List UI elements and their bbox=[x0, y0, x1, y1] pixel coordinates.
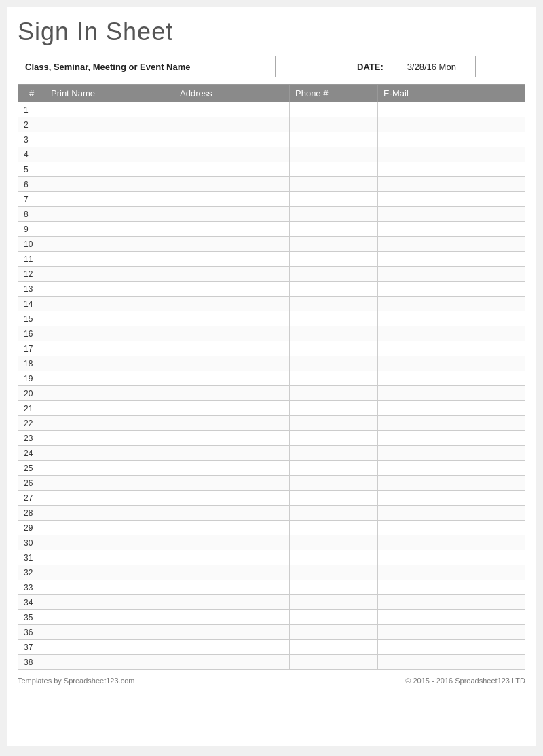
row-email[interactable] bbox=[378, 147, 525, 162]
row-address[interactable] bbox=[174, 491, 290, 506]
row-email[interactable] bbox=[378, 446, 525, 461]
row-email[interactable] bbox=[378, 655, 525, 670]
row-print-name[interactable] bbox=[45, 356, 174, 371]
row-address[interactable] bbox=[174, 580, 290, 595]
table-row[interactable]: 11 bbox=[18, 252, 525, 267]
row-email[interactable] bbox=[378, 565, 525, 580]
table-row[interactable]: 31 bbox=[18, 550, 525, 565]
row-phone[interactable] bbox=[290, 326, 378, 341]
row-email[interactable] bbox=[378, 535, 525, 550]
table-row[interactable]: 32 bbox=[18, 565, 525, 580]
table-row[interactable]: 15 bbox=[18, 311, 525, 326]
table-row[interactable]: 38 bbox=[18, 655, 525, 670]
row-print-name[interactable] bbox=[45, 476, 174, 491]
table-row[interactable]: 37 bbox=[18, 640, 525, 655]
table-row[interactable]: 6 bbox=[18, 177, 525, 192]
table-row[interactable]: 36 bbox=[18, 625, 525, 640]
row-address[interactable] bbox=[174, 207, 290, 222]
row-print-name[interactable] bbox=[45, 297, 174, 311]
table-row[interactable]: 5 bbox=[18, 162, 525, 177]
row-email[interactable] bbox=[378, 595, 525, 610]
row-print-name[interactable] bbox=[45, 506, 174, 521]
row-phone[interactable] bbox=[290, 476, 378, 491]
row-address[interactable] bbox=[174, 252, 290, 267]
row-address[interactable] bbox=[174, 431, 290, 446]
row-print-name[interactable] bbox=[45, 222, 174, 237]
row-address[interactable] bbox=[174, 640, 290, 655]
row-print-name[interactable] bbox=[45, 162, 174, 177]
table-row[interactable]: 3 bbox=[18, 132, 525, 147]
row-email[interactable] bbox=[378, 237, 525, 252]
row-email[interactable] bbox=[378, 461, 525, 476]
row-address[interactable] bbox=[174, 147, 290, 162]
row-phone[interactable] bbox=[290, 595, 378, 610]
row-email[interactable] bbox=[378, 521, 525, 535]
row-print-name[interactable] bbox=[45, 102, 174, 117]
table-row[interactable]: 21 bbox=[18, 401, 525, 416]
row-email[interactable] bbox=[378, 222, 525, 237]
row-email[interactable] bbox=[378, 356, 525, 371]
row-address[interactable] bbox=[174, 595, 290, 610]
row-phone[interactable] bbox=[290, 311, 378, 326]
table-row[interactable]: 19 bbox=[18, 371, 525, 386]
row-phone[interactable] bbox=[290, 461, 378, 476]
table-row[interactable]: 28 bbox=[18, 506, 525, 521]
row-address[interactable] bbox=[174, 401, 290, 416]
row-phone[interactable] bbox=[290, 297, 378, 311]
row-email[interactable] bbox=[378, 252, 525, 267]
row-email[interactable] bbox=[378, 610, 525, 625]
row-address[interactable] bbox=[174, 102, 290, 117]
row-email[interactable] bbox=[378, 311, 525, 326]
table-row[interactable]: 20 bbox=[18, 386, 525, 401]
row-address[interactable] bbox=[174, 132, 290, 147]
row-phone[interactable] bbox=[290, 356, 378, 371]
row-print-name[interactable] bbox=[45, 446, 174, 461]
row-address[interactable] bbox=[174, 506, 290, 521]
row-address[interactable] bbox=[174, 117, 290, 132]
table-row[interactable]: 10 bbox=[18, 237, 525, 252]
row-phone[interactable] bbox=[290, 162, 378, 177]
row-email[interactable] bbox=[378, 506, 525, 521]
row-print-name[interactable] bbox=[45, 207, 174, 222]
row-address[interactable] bbox=[174, 282, 290, 297]
row-email[interactable] bbox=[378, 476, 525, 491]
row-print-name[interactable] bbox=[45, 267, 174, 282]
row-address[interactable] bbox=[174, 237, 290, 252]
row-phone[interactable] bbox=[290, 267, 378, 282]
table-row[interactable]: 33 bbox=[18, 580, 525, 595]
row-phone[interactable] bbox=[290, 580, 378, 595]
row-phone[interactable] bbox=[290, 132, 378, 147]
row-email[interactable] bbox=[378, 386, 525, 401]
row-email[interactable] bbox=[378, 192, 525, 207]
row-phone[interactable] bbox=[290, 222, 378, 237]
row-email[interactable] bbox=[378, 132, 525, 147]
row-phone[interactable] bbox=[290, 401, 378, 416]
table-row[interactable]: 13 bbox=[18, 282, 525, 297]
row-phone[interactable] bbox=[290, 371, 378, 386]
row-phone[interactable] bbox=[290, 491, 378, 506]
row-address[interactable] bbox=[174, 311, 290, 326]
row-print-name[interactable] bbox=[45, 311, 174, 326]
row-print-name[interactable] bbox=[45, 521, 174, 535]
row-email[interactable] bbox=[378, 162, 525, 177]
row-phone[interactable] bbox=[290, 102, 378, 117]
row-address[interactable] bbox=[174, 177, 290, 192]
row-address[interactable] bbox=[174, 625, 290, 640]
row-print-name[interactable] bbox=[45, 371, 174, 386]
row-print-name[interactable] bbox=[45, 491, 174, 506]
row-address[interactable] bbox=[174, 550, 290, 565]
row-print-name[interactable] bbox=[45, 565, 174, 580]
row-phone[interactable] bbox=[290, 431, 378, 446]
row-print-name[interactable] bbox=[45, 550, 174, 565]
row-address[interactable] bbox=[174, 326, 290, 341]
row-phone[interactable] bbox=[290, 282, 378, 297]
row-phone[interactable] bbox=[290, 386, 378, 401]
row-email[interactable] bbox=[378, 416, 525, 431]
row-phone[interactable] bbox=[290, 640, 378, 655]
table-row[interactable]: 35 bbox=[18, 610, 525, 625]
row-print-name[interactable] bbox=[45, 610, 174, 625]
row-print-name[interactable] bbox=[45, 416, 174, 431]
row-email[interactable] bbox=[378, 297, 525, 311]
row-email[interactable] bbox=[378, 177, 525, 192]
table-row[interactable]: 9 bbox=[18, 222, 525, 237]
